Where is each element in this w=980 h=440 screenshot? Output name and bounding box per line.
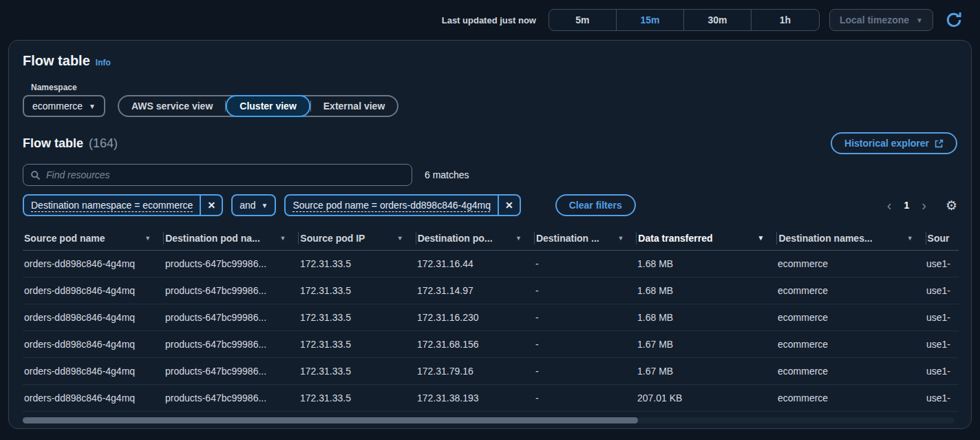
cell-data-transferred: 1.67 MB — [636, 339, 776, 350]
chevron-down-icon: ▼ — [89, 103, 96, 110]
horizontal-scrollbar[interactable] — [23, 417, 955, 423]
tab-aws-service-view[interactable]: AWS service view — [119, 96, 225, 116]
timezone-dropdown[interactable]: Local timezone ▼ — [829, 9, 933, 31]
search-input[interactable] — [46, 169, 405, 180]
column-header-source-pod-name[interactable]: Source pod name ▼ — [23, 233, 163, 244]
search-row: 6 matches — [23, 164, 957, 186]
external-link-icon — [935, 139, 944, 148]
namespace-control: Namespace ecommerce ▼ — [23, 83, 105, 117]
historical-explorer-button[interactable]: Historical explorer — [831, 132, 957, 154]
column-header-destination-pod-ip[interactable]: Destination po... ▼ — [416, 233, 534, 244]
cell-source-pod-ip: 172.31.33.5 — [299, 285, 416, 296]
cell-destination-namespace: ecommerce — [776, 366, 925, 377]
time-range-1h[interactable]: 1h — [752, 10, 819, 30]
table-header-row: Source pod name ▼ Destination pod na... … — [23, 226, 959, 251]
cell-destination-pod-ip: 172.31.68.156 — [416, 339, 534, 350]
column-label: Source pod name — [24, 233, 105, 244]
cell-data-transferred: 1.68 MB — [636, 258, 776, 269]
column-header-destination-truncated[interactable]: Destination ... ▼ — [535, 233, 636, 244]
search-icon — [30, 170, 41, 180]
cell-destination-pod-name: products-647bc99986... — [164, 312, 299, 323]
remove-filter-button[interactable]: ✕ — [498, 196, 520, 215]
current-page[interactable]: 1 — [899, 200, 913, 211]
cell-source-pod-name: orders-dd898c846-4g4mq — [23, 339, 164, 350]
time-range-30m[interactable]: 30m — [684, 10, 752, 30]
cell-source: use1- — [925, 366, 959, 377]
table-settings-button[interactable]: ⚙ — [946, 199, 957, 212]
cell-destination-namespace: ecommerce — [776, 312, 925, 323]
column-header-source-truncated[interactable]: Sour — [926, 233, 959, 244]
info-link[interactable]: Info — [96, 58, 111, 67]
column-label: Destination po... — [418, 233, 493, 244]
cell-destination-pod-name: products-647bc99986... — [164, 392, 299, 404]
cell-source: use1- — [925, 312, 959, 323]
table-section-header: Flow table (164) Historical explorer — [23, 132, 957, 154]
column-filter-icon[interactable]: ▼ — [907, 235, 913, 242]
column-filter-icon[interactable]: ▼ — [617, 235, 624, 242]
filter-token-label[interactable]: Source pod name = orders-dd898c846-4g4mq — [286, 200, 498, 211]
column-header-destination-pod-name[interactable]: Destination pod na... ▼ — [164, 233, 298, 244]
cell-destination-pod-name: products-647bc99986... — [164, 339, 299, 350]
tab-cluster-view[interactable]: Cluster view — [226, 95, 310, 117]
cell-destination: - — [534, 312, 636, 323]
table-row: orders-dd898c846-4g4mq products-647bc999… — [23, 358, 959, 385]
column-filter-icon[interactable]: ▼ — [279, 235, 286, 242]
sort-descending-icon[interactable]: ▼ — [758, 234, 765, 242]
timezone-label: Local timezone — [840, 14, 909, 25]
time-range-15m[interactable]: 15m — [617, 10, 684, 30]
cell-data-transferred: 1.67 MB — [636, 366, 776, 377]
column-label: Data transferred — [638, 233, 712, 244]
filter-token-destination-namespace: Destination namespace = ecommerce ✕ — [23, 194, 223, 216]
cell-source: use1- — [925, 339, 959, 350]
cell-destination-pod-ip: 172.31.16.44 — [416, 258, 534, 269]
table-heading: Flow table (164) — [23, 136, 118, 151]
remove-filter-button[interactable]: ✕ — [200, 196, 222, 215]
cell-source-pod-ip: 172.31.33.5 — [299, 339, 416, 350]
column-filter-icon[interactable]: ▼ — [397, 235, 403, 242]
time-range-5m[interactable]: 5m — [549, 10, 617, 30]
filter-operator-dropdown[interactable]: and ▼ — [231, 194, 276, 216]
table-row: orders-dd898c846-4g4mq products-647bc999… — [23, 331, 959, 358]
namespace-dropdown[interactable]: ecommerce ▼ — [23, 95, 105, 117]
cell-data-transferred: 1.68 MB — [636, 312, 776, 323]
cell-destination-pod-name: products-647bc99986... — [164, 366, 299, 377]
cell-source-pod-ip: 172.31.33.5 — [299, 392, 416, 404]
table-row: orders-dd898c846-4g4mq products-647bc999… — [23, 304, 959, 331]
refresh-button[interactable] — [943, 9, 965, 31]
flow-table: Source pod name ▼ Destination pod na... … — [23, 226, 959, 423]
cell-destination-pod-ip: 172.31.38.193 — [416, 392, 534, 404]
refresh-icon — [945, 11, 963, 29]
table-tools: ‹ 1 › ⚙ — [882, 198, 957, 212]
previous-page-button[interactable]: ‹ — [882, 198, 897, 212]
historical-explorer-label: Historical explorer — [844, 138, 929, 149]
cell-destination-namespace: ecommerce — [776, 285, 925, 296]
panel-header: Flow table Info — [23, 53, 957, 69]
clear-filters-label: Clear filters — [569, 200, 622, 211]
column-header-source-pod-ip[interactable]: Source pod IP ▼ — [299, 233, 415, 244]
column-label: Destination pod na... — [165, 233, 260, 244]
cell-source-pod-ip: 172.31.33.5 — [299, 258, 416, 269]
column-header-data-transferred[interactable]: Data transferred ▼ — [637, 233, 776, 244]
scrollbar-thumb[interactable] — [23, 417, 638, 423]
column-label: Source pod IP — [300, 233, 365, 244]
flow-table-panel: Flow table Info Namespace ecommerce ▼ AW… — [8, 40, 972, 429]
filter-token-label[interactable]: Destination namespace = ecommerce — [24, 200, 200, 211]
chevron-down-icon: ▼ — [262, 202, 268, 209]
cell-source-pod-name: orders-dd898c846-4g4mq — [23, 392, 164, 404]
column-header-destination-namespace[interactable]: Destination names... ▼ — [777, 233, 925, 244]
column-filter-icon[interactable]: ▼ — [145, 235, 151, 242]
topbar: Last updated just now 5m 15m 30m 1h Loca… — [0, 0, 980, 40]
column-label: Destination ... — [536, 233, 599, 244]
last-updated-text: Last updated just now — [442, 15, 536, 25]
namespace-label: Namespace — [31, 83, 105, 92]
cell-destination-pod-name: products-647bc99986... — [164, 258, 299, 269]
close-icon: ✕ — [505, 200, 513, 211]
view-segmented-control: AWS service view Cluster view External v… — [118, 95, 398, 117]
tab-external-view[interactable]: External view — [311, 96, 398, 116]
column-filter-icon[interactable]: ▼ — [515, 235, 522, 242]
next-page-button[interactable]: › — [916, 198, 932, 212]
clear-filters-button[interactable]: Clear filters — [555, 194, 636, 216]
cell-source-pod-name: orders-dd898c846-4g4mq — [23, 285, 164, 296]
filter-row: Destination namespace = ecommerce ✕ and … — [23, 194, 957, 216]
cell-data-transferred: 1.68 MB — [636, 285, 776, 296]
